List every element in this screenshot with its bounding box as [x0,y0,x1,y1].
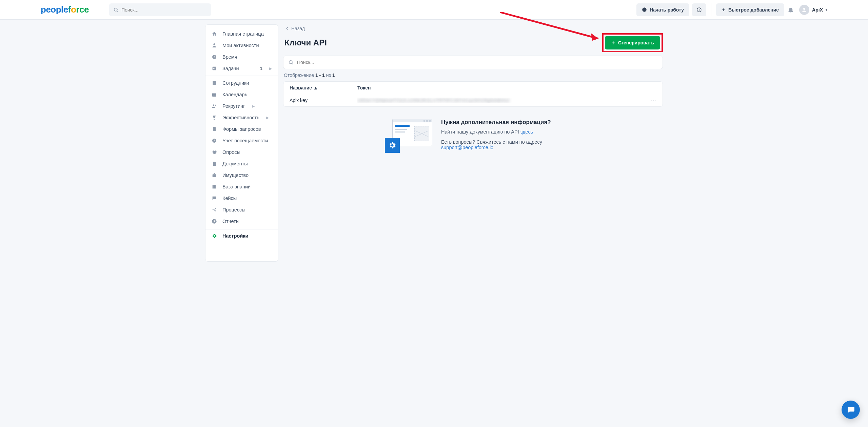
sidebar-item-label: Рекрутинг [222,103,245,109]
sidebar-item-label: Календарь [222,92,247,97]
sidebar-item-label: Сотрудники [222,80,249,86]
generate-button[interactable]: Сгенерировать [605,36,660,49]
caret-down-icon: ▾ [826,8,827,12]
sidebar-item-label: Мои активности [222,43,259,48]
sidebar-icon [212,115,218,120]
svg-line-31 [292,63,293,64]
sidebar-icon [212,103,218,109]
generate-label: Сгенерировать [618,40,654,45]
sidebar-icon [212,138,218,143]
sidebar-item-5[interactable]: Календарь [205,89,278,100]
sidebar-item-7[interactable]: Эффективность ▶ [205,112,278,123]
sidebar-item-16[interactable]: Отчеты [205,216,278,227]
chevron-left-icon [285,26,289,30]
sidebar-item-17[interactable]: Настройки [205,229,278,242]
search-icon [288,60,294,65]
sidebar-icon [212,161,218,166]
sidebar-icon [212,207,218,212]
plus-icon [611,41,615,45]
sidebar-item-6[interactable]: Рекрутинг ▶ [205,100,278,112]
sidebar-item-label: Эффективность [222,115,259,120]
support-email-link[interactable]: support@peopleforce.io [441,145,493,150]
sidebar-item-label: Задачи [222,66,239,71]
sidebar-item-label: Документы [222,161,248,166]
api-keys-table: Название ▲ Токен Apix key x3DecYQHptuwTC… [283,81,663,107]
sidebar-item-label: Время [222,54,237,60]
user-menu[interactable]: ApiX ▾ [799,5,827,15]
sidebar-item-label: Учет посещаемости [222,138,268,143]
svg-point-24 [215,208,216,209]
sidebar-item-label: Настройки [222,233,249,239]
chevron-right-icon: ▶ [269,66,272,71]
sidebar-icon [212,149,218,155]
clock-icon [696,7,702,13]
svg-point-6 [213,43,215,45]
svg-rect-17 [213,127,216,131]
sidebar-icon [212,184,218,189]
svg-point-16 [215,105,216,106]
table-row: Apix key x3DecYQHptuwTCkJLx24WJKGLnTRTtF… [283,94,663,106]
divider [711,3,711,16]
sidebar-item-0[interactable]: Главная страница [205,28,278,40]
sidebar-item-2[interactable]: Время [205,51,278,63]
back-link[interactable]: Назад [285,26,305,31]
sidebar-item-4[interactable]: Сотрудники [205,77,278,89]
svg-rect-18 [214,127,215,127]
svg-rect-20 [213,174,216,177]
svg-point-15 [213,104,214,106]
sidebar-item-8[interactable]: Формы запросов [205,123,278,135]
cell-token: x3DecYQHptuwTCkJLx24WJKGLnTRTtFC34YvCazS… [357,98,650,103]
history-button[interactable] [692,3,706,16]
svg-line-1 [117,11,118,12]
sidebar-item-3[interactable]: Задачи 1 ▶ [205,63,278,74]
sidebar-icon [212,31,218,37]
annotation-highlight: Сгенерировать [602,33,663,52]
col-token[interactable]: Токен [357,85,656,90]
global-search-input[interactable] [109,3,211,16]
sidebar-item-label: Отчеты [222,219,239,224]
avatar [799,5,809,15]
docs-link[interactable]: здесь [520,129,533,135]
col-name[interactable]: Название ▲ [290,85,357,90]
svg-rect-22 [214,185,216,189]
page-search-input[interactable] [283,56,663,69]
sidebar-icon [212,126,218,132]
notifications-button[interactable] [788,7,794,13]
logo[interactable]: peopleforce [41,4,89,15]
svg-point-5 [803,8,805,10]
svg-point-23 [213,209,214,210]
quick-add-button[interactable]: Быстрое добавление [716,3,784,16]
user-name: ApiX [812,7,823,13]
row-actions-button[interactable]: ··· [650,98,656,103]
sidebar-item-12[interactable]: Имущество [205,169,278,181]
quick-add-label: Быстрое добавление [728,7,779,13]
info-illustration [385,119,432,153]
sidebar-item-14[interactable]: Кейсы [205,192,278,204]
page-search [283,56,663,69]
sidebar-item-label: Имущество [222,172,249,178]
sidebar-item-label: Кейсы [222,196,237,201]
info-heading: Нужна дополнительная информация? [441,119,551,126]
start-work-button[interactable]: Начать работу [636,3,689,16]
sidebar-icon [212,43,218,48]
info-doc-line: Найти нашу документацию по API здесь [441,129,551,135]
sidebar-icon [212,233,218,239]
search-icon [113,7,119,13]
sidebar-item-15[interactable]: Процессы [205,204,278,216]
sidebar-item-10[interactable]: Опросы [205,146,278,158]
sidebar-icon [212,80,218,86]
global-search [109,3,211,16]
cell-name: Apix key [290,98,357,103]
sort-asc-icon: ▲ [313,85,318,90]
page-title: Ключи API [284,38,327,47]
sidebar-badge: 1 [260,66,262,71]
sidebar-icon [212,172,218,178]
sidebar-icon [212,66,218,71]
sidebar-item-label: Главная страница [222,31,264,37]
sidebar-item-11[interactable]: Документы [205,158,278,169]
sidebar-icon [212,196,218,201]
sidebar-item-13[interactable]: База знаний [205,181,278,192]
sidebar-item-9[interactable]: Учет посещаемости [205,135,278,146]
svg-point-30 [289,61,292,64]
sidebar-item-1[interactable]: Мои активности [205,40,278,51]
